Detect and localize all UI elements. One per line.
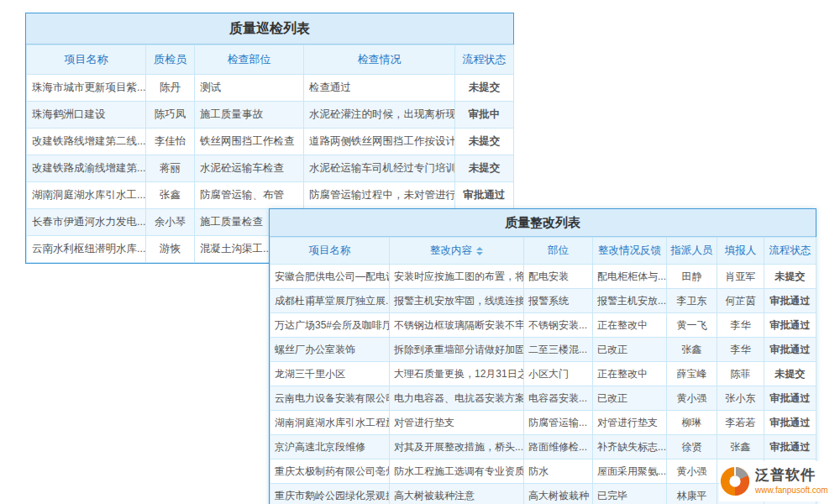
check-part-cell: 铁丝网围挡工作检查 — [195, 129, 304, 155]
inspection-row: 珠海市城市更新项目紫... 陈丹 测试 检查通过 未提交 — [27, 75, 514, 102]
inspector-link[interactable]: 李佳怡 — [146, 129, 195, 155]
rectify-content-cell: 对其及开展整改措施，桥头... — [390, 435, 524, 459]
assignee-link[interactable]: 薛宝峰 — [667, 362, 717, 386]
assignee-link[interactable]: 黄小强 — [667, 386, 717, 411]
status-badge: 审批通过 — [764, 411, 816, 435]
feedback-cell: 正在整改中 — [593, 313, 667, 338]
status-badge: 审批中 — [455, 102, 514, 129]
col-workflow-status[interactable]: 流程状态 — [764, 238, 816, 265]
inspection-header-row: 项目名称 质检员 检查部位 检查情况 流程状态 — [27, 45, 514, 75]
reporter-link[interactable]: 李若若 — [717, 411, 764, 435]
assignee-link[interactable]: 徐贤 — [667, 435, 717, 459]
assignee-link[interactable]: 李卫东 — [667, 289, 717, 313]
project-name-link[interactable]: 螺丝厂办公室装饰 — [270, 338, 390, 362]
project-name-link[interactable]: 珠海鹤洲口建设 — [27, 102, 146, 129]
inspection-row: 改建铁路成渝线增建第... 蒋丽 水泥砼运输车检查 水泥砼运输车司机经过专门培训… — [27, 155, 514, 182]
col-reporter[interactable]: 填报人 — [717, 238, 764, 265]
project-name-link[interactable]: 改建铁路成渝线增建第... — [27, 155, 146, 182]
part-cell: 防水 — [524, 459, 593, 484]
project-name-link[interactable]: 云南水利枢纽潜明水库... — [27, 236, 146, 263]
brand-watermark: 泛普软件 www.fanpusoft.com — [719, 461, 838, 501]
project-name-link[interactable]: 珠海市城市更新项目紫... — [27, 75, 146, 102]
rectify-row: 云南电力设备安装有限公司20... 电力电容器、电抗器安装方案,... 电容器安… — [270, 386, 816, 411]
rectify-content-cell: 拆除到承重墙部分请做好加固... — [390, 338, 524, 362]
col-inspector[interactable]: 质检员 — [146, 45, 195, 75]
assignee-link[interactable]: 柳琳 — [667, 411, 717, 435]
col-feedback[interactable]: 整改情况反馈 — [593, 238, 667, 265]
rectify-row: 京沪高速北京段维修 对其及开展整改措施，桥头... 路面维修检... 补齐缺失标… — [270, 435, 816, 459]
rectify-content-cell: 大理石质量更换，12月31日之... — [390, 362, 524, 386]
reporter-link[interactable]: 李华 — [717, 313, 764, 338]
fanpu-logo-icon — [719, 465, 751, 497]
assignee-link[interactable]: 黄一飞 — [667, 313, 717, 338]
project-name-link[interactable]: 长春市伊通河水力发电... — [27, 209, 146, 236]
rectify-content-cell: 报警主机安放牢固，线缆连接... — [390, 289, 524, 313]
project-name-link[interactable]: 安徽合肥供电公司—配电设备... — [270, 265, 390, 289]
reporter-link[interactable]: 张小东 — [717, 386, 764, 411]
part-cell: 报警系统 — [524, 289, 593, 313]
inspector-link[interactable]: 游恢 — [146, 236, 195, 263]
project-name-link[interactable]: 重庆太极制药有限公司亳州中... — [270, 459, 390, 484]
project-name-link[interactable]: 成都杜甫草堂展厅独立展... — [270, 289, 390, 313]
reporter-link[interactable]: 肖亚军 — [717, 265, 764, 289]
col-project-name[interactable]: 项目名称 — [270, 238, 390, 265]
project-name-link[interactable]: 京沪高速北京段维修 — [270, 435, 390, 459]
reporter-link[interactable]: 何芷茵 — [717, 289, 764, 313]
project-name-link[interactable]: 重庆市鹅岭公园绿化景观提升... — [270, 484, 390, 504]
rectify-content-cell: 不锈钢边框玻璃隔断安装不牢... — [390, 313, 524, 338]
brand-name: 泛普软件 — [755, 468, 828, 484]
col-check-part[interactable]: 检查部位 — [195, 45, 304, 75]
feedback-cell: 正在整改中 — [593, 362, 667, 386]
check-result-cell: 水泥砼运输车司机经过专门培训... — [304, 155, 455, 182]
check-result-cell: 水泥砼灌注的时候，出现离析现象 — [304, 102, 455, 129]
project-name-link[interactable]: 龙湖三千里小区 — [270, 362, 390, 386]
inspection-row: 改建铁路线增建第二线... 李佳怡 铁丝网围挡工作检查 道路两侧铁丝网围挡工作按… — [27, 129, 514, 155]
feedback-cell: 报警主机安放... — [593, 289, 667, 313]
col-project-name[interactable]: 项目名称 — [27, 45, 146, 75]
rectify-content-cell: 安装时应按施工图的布置，将... — [390, 265, 524, 289]
reporter-link[interactable]: 李华 — [717, 338, 764, 362]
assignee-link[interactable]: 黄小强 — [667, 459, 717, 484]
assignee-link[interactable]: 张鑫 — [667, 338, 717, 362]
col-workflow-status[interactable]: 流程状态 — [455, 45, 514, 75]
part-cell: 电容器安装... — [524, 386, 593, 411]
assignee-link[interactable]: 田静 — [667, 265, 717, 289]
status-badge: 审批通过 — [764, 386, 816, 411]
sort-icon[interactable] — [476, 247, 483, 255]
part-cell: 防腐管运输... — [524, 411, 593, 435]
reporter-link[interactable]: 陈菲 — [717, 362, 764, 386]
rectification-table-title: 质量整改列表 — [270, 209, 816, 237]
inspector-link[interactable]: 余小琴 — [146, 209, 195, 236]
status-badge: 未提交 — [764, 362, 816, 386]
project-name-link[interactable]: 湖南洞庭湖水库引水工... — [27, 182, 146, 209]
inspector-link[interactable]: 张鑫 — [146, 182, 195, 209]
col-rectify-content[interactable]: 整改内容 — [390, 238, 524, 265]
project-name-link[interactable]: 改建铁路线增建第二线... — [27, 129, 146, 155]
inspector-link[interactable]: 陈丹 — [146, 75, 195, 102]
project-name-link[interactable]: 万达广场35#会所及咖啡厅空... — [270, 313, 390, 338]
feedback-cell: 配电柜柜体与... — [593, 265, 667, 289]
reporter-link[interactable]: 张鑫 — [717, 435, 764, 459]
inspector-link[interactable]: 陈巧凤 — [146, 102, 195, 129]
rectify-header-row: 项目名称 整改内容 部位 整改情况反馈 指派人员 填报人 流程状态 — [270, 238, 816, 265]
feedback-cell: 补齐缺失标志... — [593, 435, 667, 459]
assignee-link[interactable]: 林康平 — [667, 484, 717, 504]
rectify-content-cell: 电力电容器、电抗器安装方案,... — [390, 386, 524, 411]
check-part-cell: 测试 — [195, 75, 304, 102]
col-assignee[interactable]: 指派人员 — [667, 238, 717, 265]
feedback-cell: 对管进行垫支 — [593, 411, 667, 435]
status-badge: 审批通过 — [455, 182, 514, 209]
project-name-link[interactable]: 云南电力设备安装有限公司20... — [270, 386, 390, 411]
part-cell: 路面维修检... — [524, 435, 593, 459]
check-part-cell: 水泥砼运输车检查 — [195, 155, 304, 182]
brand-url-link[interactable]: www.fanpusoft.com — [755, 486, 828, 495]
status-badge: 未提交 — [455, 155, 514, 182]
check-part-cell: 防腐管运输、布管 — [195, 182, 304, 209]
col-part[interactable]: 部位 — [524, 238, 593, 265]
rectify-row: 成都杜甫草堂展厅独立展... 报警主机安放牢固，线缆连接... 报警系统 报警主… — [270, 289, 816, 313]
inspector-link[interactable]: 蒋丽 — [146, 155, 195, 182]
project-name-link[interactable]: 湖南洞庭湖水库引水工程施工... — [270, 411, 390, 435]
status-badge: 审批通过 — [764, 338, 816, 362]
rectify-content-cell: 防水工程施工选调有专业资质... — [390, 459, 524, 484]
col-check-result[interactable]: 检查情况 — [304, 45, 455, 75]
